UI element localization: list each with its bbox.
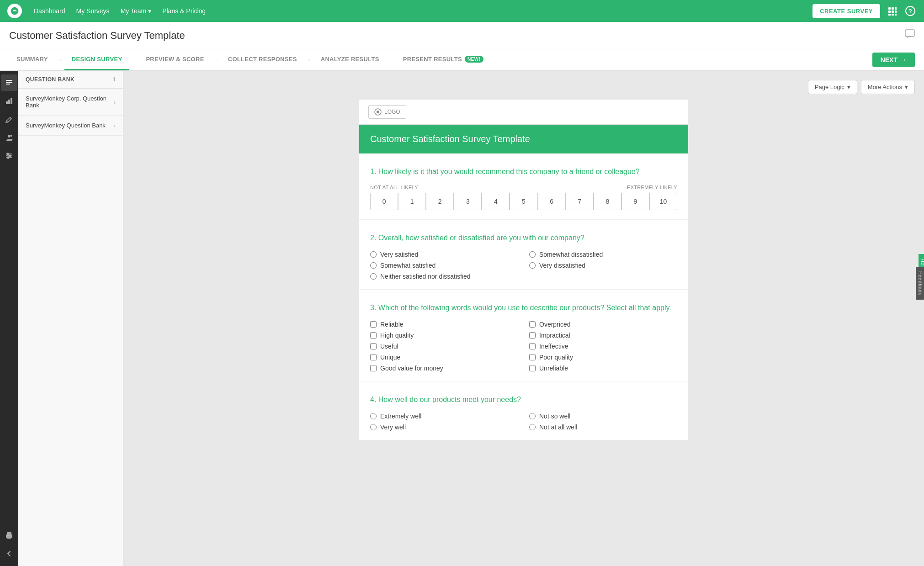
icon-sidebar <box>0 71 18 566</box>
scale-row: 0 1 2 3 4 5 6 7 8 9 10 <box>370 193 677 210</box>
scale-5[interactable]: 5 <box>510 193 537 210</box>
option-overpriced[interactable]: Overpriced <box>529 321 677 328</box>
feedback-tab[interactable]: Feedback <box>916 266 924 299</box>
sm-question-bank-item[interactable]: SurveyMonkey Question Bank › <box>18 116 123 136</box>
option-somewhat-dissatisfied[interactable]: Somewhat dissatisfied <box>529 251 677 258</box>
nav-plans-pricing[interactable]: Plans & Pricing <box>158 5 210 17</box>
collapse-icon[interactable] <box>1 545 17 562</box>
scale-1[interactable]: 1 <box>398 193 426 210</box>
scale-6[interactable]: 6 <box>538 193 566 210</box>
print-icon[interactable] <box>1 527 17 544</box>
scale-7[interactable]: 7 <box>566 193 594 210</box>
option-high-quality[interactable]: High quality <box>370 332 518 339</box>
nav-my-surveys[interactable]: My Surveys <box>72 5 114 17</box>
question-2-text: 2. Overall, how satisfied or dissatisfie… <box>370 233 677 243</box>
option-extremely-well[interactable]: Extremely well <box>370 413 518 420</box>
option-poor-quality[interactable]: Poor quality <box>529 354 677 361</box>
logo-bar: LOGO <box>359 100 688 125</box>
tab-preview-score[interactable]: PREVIEW & SCORE <box>138 49 211 70</box>
scale-8[interactable]: 8 <box>594 193 621 210</box>
svg-point-30 <box>377 111 379 113</box>
svg-point-19 <box>8 135 11 138</box>
people-icon[interactable] <box>1 129 17 146</box>
option-useful[interactable]: Useful <box>370 343 518 350</box>
survey-header: Customer Satisfaction Survey Template <box>359 125 688 153</box>
logo[interactable] <box>7 4 22 18</box>
tab-collect-responses[interactable]: COLLECT RESPONSES <box>221 49 304 70</box>
option-neither[interactable]: Neither satisfied nor dissatisfied <box>370 273 518 280</box>
svg-point-20 <box>11 135 12 137</box>
survey-card: LOGO Customer Satisfaction Survey Templa… <box>359 100 688 440</box>
svg-rect-17 <box>8 100 10 104</box>
more-actions-chevron-icon: ▾ <box>905 84 908 90</box>
scale-4[interactable]: 4 <box>482 193 510 210</box>
option-not-so-well[interactable]: Not so well <box>529 413 677 420</box>
logo-placeholder[interactable]: LOGO <box>368 105 406 119</box>
scale-10[interactable]: 10 <box>649 193 677 210</box>
survey-content: Page Logic ▾ More Actions ▾ LOGO Custome… <box>123 71 924 566</box>
tab-arrow-1: → <box>57 57 63 63</box>
option-ineffective[interactable]: Ineffective <box>529 343 677 350</box>
option-impractical[interactable]: Impractical <box>529 332 677 339</box>
page-logic-chevron-icon: ▾ <box>847 84 850 90</box>
tab-arrow-3: → <box>213 57 219 63</box>
dropdown-arrow-icon: ▾ <box>148 7 151 15</box>
page-logic-button[interactable]: Page Logic ▾ <box>808 80 857 94</box>
scale-labels: NOT AT ALL LIKELY EXTREMELY LIKELY <box>370 185 677 190</box>
option-good-value[interactable]: Good value for money <box>370 365 518 372</box>
option-somewhat-satisfied[interactable]: Somewhat satisfied <box>370 262 518 269</box>
svg-rect-12 <box>905 30 914 37</box>
option-unreliable[interactable]: Unreliable <box>529 365 677 372</box>
tab-navigation: SUMMARY → DESIGN SURVEY → PREVIEW & SCOR… <box>0 49 924 71</box>
option-reliable[interactable]: Reliable <box>370 321 518 328</box>
question-bank-header: QUESTION BANK ℹ <box>18 71 123 89</box>
nav-my-team[interactable]: My Team ▾ <box>116 5 156 17</box>
svg-rect-4 <box>888 11 891 13</box>
svg-rect-13 <box>6 80 12 81</box>
corp-question-bank-item[interactable]: SurveyMonkey Corp. Question Bank › <box>18 89 123 116</box>
tab-analyze-results[interactable]: ANALYZE RESULTS <box>313 49 387 70</box>
chat-icon[interactable] <box>905 29 915 42</box>
info-icon[interactable]: ℹ <box>113 76 116 83</box>
help-icon[interactable]: ? <box>904 5 917 17</box>
option-very-dissatisfied[interactable]: Very dissatisfied <box>529 262 677 269</box>
next-button[interactable]: NEXT → <box>872 53 915 67</box>
option-very-well[interactable]: Very well <box>370 423 518 431</box>
question-3: 3. Which of the following words would yo… <box>359 290 688 381</box>
tab-present-results[interactable]: PRESENT RESULTS NEW! <box>396 49 491 70</box>
scale-9[interactable]: 9 <box>621 193 649 210</box>
svg-rect-5 <box>892 11 894 13</box>
question-2-options: Very satisfied Somewhat dissatisfied Som… <box>370 251 677 280</box>
chevron-right-icon-2: › <box>114 122 116 129</box>
tab-arrow-4: → <box>306 57 312 63</box>
sliders-icon[interactable] <box>1 148 17 164</box>
svg-text:?: ? <box>908 8 912 15</box>
svg-rect-27 <box>7 532 11 534</box>
tab-design-survey[interactable]: DESIGN SURVEY <box>64 49 130 70</box>
option-unique[interactable]: Unique <box>370 354 518 361</box>
question-2: 2. Overall, how satisfied or dissatisfie… <box>359 220 688 290</box>
scale-2[interactable]: 2 <box>426 193 454 210</box>
grid-icon[interactable] <box>886 5 898 17</box>
svg-rect-6 <box>895 11 897 13</box>
questions-icon[interactable] <box>1 74 17 91</box>
scale-0[interactable]: 0 <box>370 193 398 210</box>
tab-summary[interactable]: SUMMARY <box>9 49 55 70</box>
pencil-icon[interactable] <box>1 111 17 127</box>
chart-icon[interactable] <box>1 93 17 109</box>
svg-rect-9 <box>895 14 897 16</box>
svg-rect-14 <box>6 82 12 83</box>
question-3-text: 3. Which of the following words would yo… <box>370 302 677 313</box>
option-not-at-all-well[interactable]: Not at all well <box>529 423 677 431</box>
question-1-text: 1. How likely is it that you would recom… <box>370 166 677 177</box>
page-title: Customer Satisfaction Survey Template <box>9 30 185 42</box>
survey-toolbar: Page Logic ▾ More Actions ▾ <box>133 80 915 94</box>
svg-rect-3 <box>895 7 897 10</box>
scale-3[interactable]: 3 <box>454 193 482 210</box>
chevron-right-icon: › <box>114 99 116 106</box>
svg-rect-8 <box>892 14 894 16</box>
more-actions-button[interactable]: More Actions ▾ <box>861 80 915 94</box>
create-survey-button[interactable]: CREATE SURVEY <box>812 4 880 18</box>
nav-dashboard[interactable]: Dashboard <box>29 5 70 17</box>
option-very-satisfied[interactable]: Very satisfied <box>370 251 518 258</box>
